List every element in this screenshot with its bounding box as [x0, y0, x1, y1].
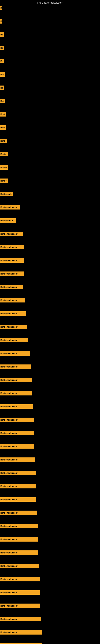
- bar-47: Bottleneck result: [0, 630, 42, 634]
- bar-14: Bottleneck: [0, 192, 13, 196]
- bar-8: Bott: [0, 112, 6, 116]
- bar-row-6: Bo: [0, 78, 100, 91]
- bars-container: BBBoBoBoBotBoBotBottBottBottlBottleBottl…: [0, 5, 100, 644]
- bar-41: Bottleneck result: [0, 550, 38, 555]
- bar-row-7: Bot: [0, 91, 100, 104]
- bar-15: Bottleneck resu: [0, 205, 20, 210]
- bar-3: Bo: [0, 46, 4, 50]
- bar-row-5: Bot: [0, 64, 100, 78]
- bar-row-37: Bottleneck result: [0, 489, 100, 502]
- bar-row-15: Bottleneck resu: [0, 197, 100, 210]
- bar-row-45: Bottleneck result: [0, 596, 100, 609]
- bar-row-38: Bottleneck result: [0, 502, 100, 516]
- bar-row-43: Bottleneck result: [0, 569, 100, 582]
- bar-row-18: Bottleneck result: [0, 237, 100, 250]
- bar-row-31: Bottleneck result: [0, 410, 100, 423]
- bar-42: Bottleneck result: [0, 564, 39, 568]
- bar-31: Bottleneck result: [0, 418, 34, 422]
- bar-27: Bottleneck result: [0, 364, 31, 369]
- bar-row-21: Bottleneck resu: [0, 277, 100, 290]
- bar-19: Bottleneck result: [0, 258, 24, 263]
- bar-34: Bottleneck result: [0, 458, 35, 462]
- bar-36: Bottleneck result: [0, 484, 36, 488]
- bar-row-44: Bottleneck result: [0, 582, 100, 596]
- bar-row-23: Bottleneck result: [0, 303, 100, 316]
- bar-26: Bottleneck result: [0, 351, 30, 356]
- bar-9: Bott: [0, 126, 6, 130]
- bar-11: Bottle: [0, 152, 8, 156]
- bar-7: Bot: [0, 99, 5, 103]
- bar-row-26: Bottleneck result: [0, 343, 100, 356]
- bar-row-8: Bott: [0, 104, 100, 117]
- bar-row-14: Bottleneck: [0, 184, 100, 197]
- bar-13: Bottle: [0, 178, 8, 183]
- bar-24: Bottleneck result: [0, 324, 27, 329]
- bar-12: Bottle: [0, 165, 8, 170]
- bar-row-29: Bottleneck result: [0, 383, 100, 396]
- bar-1: B: [0, 19, 2, 24]
- bar-6: Bo: [0, 86, 4, 90]
- bar-row-3: Bo: [0, 38, 100, 51]
- bar-46: Bottleneck result: [0, 617, 41, 621]
- bar-row-0: B: [0, 5, 100, 11]
- bar-22: Bottleneck result: [0, 298, 25, 302]
- bar-0: B: [0, 6, 1, 10]
- bar-35: Bottleneck result: [0, 471, 36, 475]
- bar-row-16: Bottleneck r: [0, 210, 100, 224]
- bar-row-42: Bottleneck result: [0, 556, 100, 569]
- bar-row-36: Bottleneck result: [0, 476, 100, 489]
- bar-28: Bottleneck result: [0, 378, 32, 382]
- bar-row-24: Bottleneck result: [0, 316, 100, 330]
- bar-row-12: Bottle: [0, 157, 100, 170]
- bar-37: Bottleneck result: [0, 497, 36, 502]
- bar-row-9: Bott: [0, 117, 100, 130]
- bar-row-32: Bottleneck result: [0, 423, 100, 436]
- bar-row-20: Bottleneck result: [0, 264, 100, 277]
- bar-row-2: Bo: [0, 24, 100, 38]
- bar-row-4: Bo: [0, 51, 100, 64]
- bar-row-25: Bottleneck result: [0, 330, 100, 343]
- bar-row-35: Bottleneck result: [0, 463, 100, 476]
- bar-5: Bot: [0, 72, 5, 77]
- bar-2: Bo: [0, 32, 3, 37]
- bar-row-22: Bottleneck result: [0, 290, 100, 303]
- bar-row-47: Bottleneck result: [0, 622, 100, 635]
- bar-21: Bottleneck resu: [0, 285, 23, 289]
- bar-row-46: Bottleneck result: [0, 609, 100, 622]
- bar-row-19: Bottleneck result: [0, 250, 100, 264]
- bar-row-27: Bottleneck result: [0, 356, 100, 370]
- site-title: TheBottlenecker.com: [0, 0, 100, 5]
- bar-row-30: Bottleneck result: [0, 396, 100, 410]
- bar-44: Bottleneck result: [0, 590, 40, 595]
- bar-row-33: Bottleneck result: [0, 436, 100, 450]
- bar-33: Bottleneck result: [0, 444, 34, 448]
- bar-18: Bottleneck result: [0, 245, 24, 249]
- bar-row-40: Bottleneck result: [0, 529, 100, 542]
- bar-30: Bottleneck result: [0, 404, 33, 409]
- bar-40: Bottleneck result: [0, 537, 38, 542]
- bar-4: Bo: [0, 59, 4, 64]
- bar-17: Bottleneck result: [0, 232, 23, 236]
- bar-row-39: Bottleneck result: [0, 516, 100, 529]
- bar-39: Bottleneck result: [0, 524, 38, 528]
- bar-38: Bottleneck result: [0, 510, 37, 515]
- bar-10: Bottl: [0, 139, 7, 143]
- bar-row-13: Bottle: [0, 170, 100, 184]
- bar-row-11: Bottle: [0, 144, 100, 157]
- bar-row-1: B: [0, 11, 100, 24]
- bar-29: Bottleneck result: [0, 391, 32, 396]
- bar-row-48: Bottleneck result: [0, 635, 100, 644]
- bar-23: Bottleneck result: [0, 311, 26, 316]
- bar-row-10: Bottl: [0, 130, 100, 144]
- bar-32: Bottleneck result: [0, 431, 34, 435]
- bar-row-28: Bottleneck result: [0, 370, 100, 383]
- bar-row-41: Bottleneck result: [0, 542, 100, 556]
- bar-25: Bottleneck result: [0, 338, 28, 342]
- bar-20: Bottleneck result: [0, 272, 24, 276]
- bar-43: Bottleneck result: [0, 577, 40, 582]
- bar-45: Bottleneck result: [0, 604, 40, 608]
- bar-row-34: Bottleneck result: [0, 450, 100, 463]
- bar-row-17: Bottleneck result: [0, 224, 100, 237]
- bar-16: Bottleneck r: [0, 218, 16, 223]
